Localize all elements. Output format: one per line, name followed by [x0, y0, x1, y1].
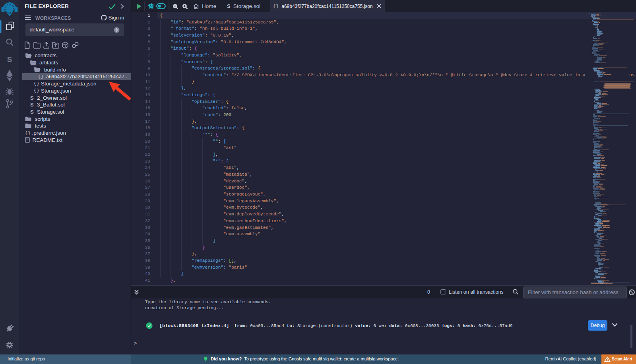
svg-text:S: S	[7, 55, 12, 64]
